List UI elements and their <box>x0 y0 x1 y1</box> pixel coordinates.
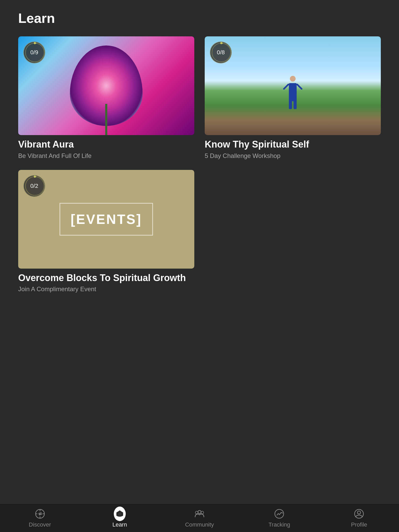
person-legs <box>286 101 299 109</box>
course-info-overcome: Overcome Blocks To Spiritual Growth Join… <box>18 269 194 293</box>
learn-active-indicator <box>114 507 126 521</box>
nav-label-profile: Profile <box>351 521 367 528</box>
nav-item-learn[interactable]: Learn <box>80 508 159 528</box>
course-subtitle-vibrant: Be Vibrant And Full Of Life <box>18 152 194 159</box>
svg-point-15 <box>119 513 121 515</box>
nav-item-tracking[interactable]: Tracking <box>240 508 319 528</box>
person-body <box>289 83 297 101</box>
course-image-container-spiritual: 0/8 <box>205 36 381 135</box>
course-title-vibrant: Vibrant Aura <box>18 139 194 150</box>
nav-label-tracking: Tracking <box>268 521 290 528</box>
nav-label-community: Community <box>185 521 214 528</box>
progress-text-spiritual: 0/8 <box>217 49 225 56</box>
person-arms <box>281 81 304 91</box>
tracking-icon <box>273 508 285 520</box>
page-title: Learn <box>18 10 381 26</box>
nav-item-profile[interactable]: Profile <box>319 508 399 528</box>
nav-label-learn: Learn <box>112 521 127 528</box>
profile-icon <box>353 508 365 520</box>
course-title-spiritual: Know Thy Spiritual Self <box>205 139 381 150</box>
bottom-nav: Discover Learn Community <box>0 503 399 532</box>
svg-point-5 <box>220 42 222 44</box>
progress-text-overcome: 0/2 <box>30 183 38 189</box>
events-text: [EVENTS] <box>71 211 142 227</box>
svg-point-2 <box>34 42 36 44</box>
course-info-spiritual: Know Thy Spiritual Self 5 Day Challenge … <box>205 135 381 159</box>
progress-badge-vibrant: 0/9 <box>23 42 45 63</box>
courses-grid: 0/9 Vibrant Aura Be Vibrant And Full Of … <box>18 36 381 293</box>
nav-item-community[interactable]: Community <box>159 508 239 528</box>
progress-badge-spiritual: 0/8 <box>210 42 232 63</box>
svg-point-22 <box>357 511 361 514</box>
page-container: Learn 0/9 Vibrant Aura <box>0 0 399 324</box>
discover-icon <box>34 508 46 520</box>
course-card-spiritual[interactable]: 0/8 Know Thy Spiritual Self 5 Day Challe… <box>205 36 381 159</box>
nav-label-discover: Discover <box>29 521 51 528</box>
progress-badge-overcome: 0/2 <box>23 175 45 197</box>
arm-left <box>283 83 289 90</box>
course-card-vibrant-aura[interactable]: 0/9 Vibrant Aura Be Vibrant And Full Of … <box>18 36 194 159</box>
svg-point-18 <box>195 511 198 514</box>
progress-text-vibrant: 0/9 <box>30 49 38 56</box>
course-info-vibrant: Vibrant Aura Be Vibrant And Full Of Life <box>18 135 194 159</box>
course-subtitle-spiritual: 5 Day Challenge Workshop <box>205 152 381 159</box>
nav-item-discover[interactable]: Discover <box>0 508 80 528</box>
course-image-container: 0/9 <box>18 36 194 135</box>
events-inner: [EVENTS] <box>59 203 153 236</box>
course-card-overcome[interactable]: [EVENTS] 0/2 Overcome Blocks To Spi <box>18 170 194 293</box>
course-subtitle-overcome: Join A Complimentary Event <box>18 285 194 293</box>
svg-point-20 <box>275 509 284 518</box>
svg-point-8 <box>34 176 36 178</box>
course-image-container-overcome: [EVENTS] 0/2 <box>18 170 194 269</box>
course-title-overcome: Overcome Blocks To Spiritual Growth <box>18 273 194 283</box>
learn-icon <box>114 508 126 520</box>
spiritual-person-figure <box>286 83 299 112</box>
svg-point-19 <box>201 511 204 514</box>
svg-point-17 <box>198 510 201 514</box>
community-icon <box>194 508 205 520</box>
arm-right <box>296 83 303 90</box>
